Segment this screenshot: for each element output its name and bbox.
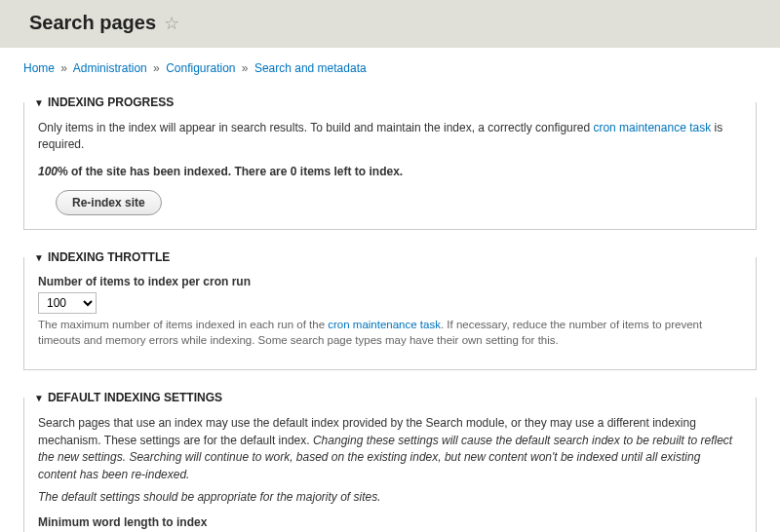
panel-body: Number of items to index per cron run 10…	[24, 271, 756, 369]
panel-legend[interactable]: ▼ Indexing Throttle	[24, 244, 756, 271]
panel-legend[interactable]: ▼ Indexing Progress	[24, 89, 756, 116]
panel-heading: Default Indexing Settings	[48, 391, 222, 404]
panel-heading: Indexing Throttle	[48, 250, 170, 264]
panel-default-indexing-settings: ▼ Default Indexing Settings Search pages…	[23, 384, 757, 532]
breadcrumb-search-metadata[interactable]: Search and metadata	[254, 61, 367, 75]
panel-body: Search pages that use an index may use t…	[24, 411, 756, 532]
progress-intro: Only items in the index will appear in s…	[38, 120, 742, 154]
breadcrumb-administration[interactable]: Administration	[73, 61, 147, 75]
cron-task-link[interactable]: cron maintenance task	[593, 121, 711, 134]
page-title: Search pages	[29, 12, 156, 34]
panel-indexing-throttle: ▼ Indexing Throttle Number of items to i…	[23, 244, 757, 370]
disclosure-triangle-icon: ▼	[34, 252, 44, 263]
index-status-text: 100% of the site has been indexed. There…	[38, 164, 742, 180]
panel-body: Only items in the index will appear in s…	[24, 116, 756, 229]
disclosure-triangle-icon: ▼	[34, 97, 44, 108]
breadcrumb-home[interactable]: Home	[23, 61, 55, 75]
panel-legend[interactable]: ▼ Default Indexing Settings	[24, 384, 756, 411]
reindex-site-button[interactable]: Re-index site	[56, 190, 162, 215]
defaults-note-text: The default settings should be appropria…	[38, 489, 742, 506]
throttle-description: The maximum number of items indexed in e…	[38, 317, 742, 348]
main-content: Home » Administration » Configuration » …	[0, 48, 780, 532]
breadcrumb-configuration[interactable]: Configuration	[166, 61, 235, 75]
breadcrumb-sep: »	[60, 61, 67, 75]
panel-indexing-progress: ▼ Indexing Progress Only items in the in…	[23, 89, 757, 230]
page-header: Search pages ☆	[0, 0, 780, 48]
defaults-intro-text: Search pages that use an index may use t…	[38, 415, 742, 483]
disclosure-triangle-icon: ▼	[34, 393, 44, 403]
min-word-length-label: Minimum word length to index	[38, 515, 742, 529]
breadcrumb-sep: »	[242, 61, 249, 75]
panel-heading: Indexing Progress	[48, 95, 174, 109]
star-icon[interactable]: ☆	[164, 13, 179, 34]
throttle-count-label: Number of items to index per cron run	[38, 275, 742, 288]
cron-task-link[interactable]: cron maintenance task	[328, 319, 441, 330]
throttle-count-select[interactable]: 100	[38, 292, 97, 314]
breadcrumb-sep: »	[153, 61, 160, 75]
breadcrumb: Home » Administration » Configuration » …	[23, 61, 757, 75]
